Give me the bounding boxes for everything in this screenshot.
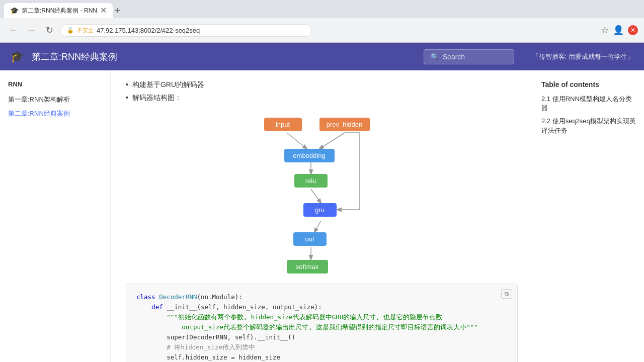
code-line-2: def __init__(self, hidden_size, output_s…: [136, 302, 507, 312]
back-button[interactable]: ←: [6, 23, 20, 37]
insecure-label: 不安全: [77, 27, 94, 34]
search-box[interactable]: 🔍 Search: [424, 49, 514, 64]
svg-line-4: [314, 221, 321, 232]
browser-actions: ☆ 👤 ✕: [601, 25, 638, 36]
profile-button[interactable]: 👤: [613, 25, 624, 36]
svg-line-0: [287, 133, 307, 149]
toc-item-1[interactable]: 2.1 使用RNN模型构建人名分类器: [541, 95, 636, 113]
main-layout: RNN 第一章:RNN架构解析 第二章:RNN经典案例 构建基于GRU的解码器 …: [0, 70, 644, 362]
left-sidebar: RNN 第一章:RNN架构解析 第二章:RNN经典案例: [0, 70, 111, 362]
close-browser-button[interactable]: ✕: [628, 25, 638, 35]
active-tab[interactable]: 🎓 第二章:RNN经典案例 - RNN ✕: [4, 3, 113, 18]
diagram-container: input prev_hidden embedding relu: [126, 113, 518, 268]
new-tab-button[interactable]: +: [115, 5, 121, 17]
tab-bar: 🎓 第二章:RNN经典案例 - RNN ✕ +: [0, 0, 644, 18]
address-input[interactable]: 47.92.175.143:8002/2/#22-seq2seq: [97, 27, 305, 34]
tab-favicon: 🎓: [10, 7, 19, 15]
app-title: 第二章:RNN经典案例: [32, 51, 117, 63]
code-line-3: """初始化函数有两个参数, hidden_size代表解码器中GRU的输入尺寸…: [136, 312, 507, 322]
code-line-5: super(DecoderRNN, self).__init__(): [136, 332, 507, 342]
toc-sidebar: Table of contents 2.1 使用RNN模型构建人名分类器 2.2…: [533, 70, 644, 362]
copy-code-button[interactable]: ⧉: [501, 289, 512, 299]
code-line-7: self.hidden_size = hidden_size: [136, 352, 507, 362]
bullet-item-1: 构建基于GRU的解码器: [126, 80, 518, 89]
tab-title: 第二章:RNN经典案例 - RNN: [22, 7, 97, 15]
node-out: out: [293, 232, 327, 246]
bullet-section: 构建基于GRU的解码器 解码器结构图：: [126, 80, 518, 103]
code-line-6: # 将hidden_size传入到类中: [136, 342, 507, 352]
forward-button[interactable]: →: [24, 23, 38, 37]
svg-line-1: [319, 133, 345, 149]
app-header: 🎓 第二章:RNN经典案例 🔍 Search 「传智播客: 用爱成就每一位学生」: [0, 43, 644, 70]
node-softmax: softmax: [287, 260, 328, 274]
browser-chrome: 🎓 第二章:RNN经典案例 - RNN ✕ + ← → ↻ 🔓 不安全 47.9…: [0, 0, 644, 43]
code-line-4: output_size代表整个解码器的输出出尺寸, 这是我们希望得到的指定尺寸即…: [136, 322, 507, 332]
node-input: input: [264, 118, 302, 131]
reload-button[interactable]: ↻: [42, 23, 56, 37]
sidebar-item-chapter1[interactable]: 第一章:RNN架构解析: [8, 94, 102, 105]
node-prev-hidden: prev_hidden: [319, 118, 370, 131]
sidebar-item-chapter2[interactable]: 第二章:RNN经典案例: [8, 108, 102, 119]
bookmark-button[interactable]: ☆: [601, 25, 609, 36]
node-gru: gru: [303, 203, 337, 217]
address-bar: ← → ↻ 🔓 不安全 47.92.175.143:8002/2/#22-seq…: [0, 18, 644, 42]
code-block: ⧉ class DecoderRNN(nn.Module): def __ini…: [126, 284, 518, 362]
bullet-item-2: 解码器结构图：: [126, 94, 518, 103]
toc-item-2[interactable]: 2.2 使用seq2seq模型架构实现英译法任务: [541, 117, 636, 135]
node-relu: relu: [294, 174, 328, 188]
sidebar-section-title: RNN: [8, 80, 102, 88]
app-logo: 🎓: [10, 50, 24, 63]
code-line-1: class DecoderRNN(nn.Module):: [136, 292, 507, 302]
app-slogan: 「传智播客: 用爱成就每一位学生」: [532, 52, 634, 61]
svg-line-3: [311, 189, 321, 203]
search-placeholder: Search: [443, 53, 465, 61]
node-embedding: embedding: [284, 149, 335, 162]
insecure-icon: 🔓: [67, 27, 74, 34]
toc-title: Table of contents: [541, 80, 636, 88]
main-content: 构建基于GRU的解码器 解码器结构图：: [111, 70, 533, 362]
search-icon: 🔍: [430, 53, 439, 61]
tab-close-button[interactable]: ✕: [100, 7, 107, 15]
